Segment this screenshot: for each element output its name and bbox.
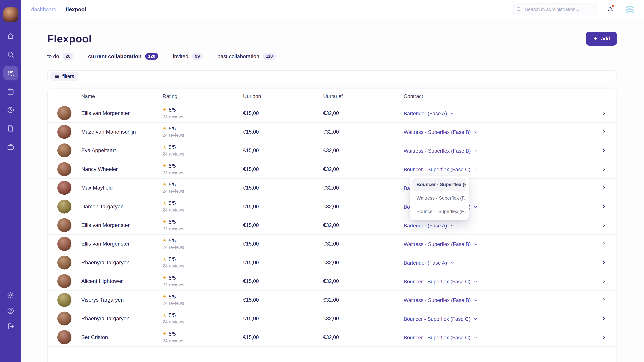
profile-avatar[interactable]	[3, 7, 18, 22]
uurtarief-value: €32,00	[323, 185, 404, 191]
sidebar-item-settings[interactable]	[3, 289, 18, 301]
avatar	[57, 274, 71, 288]
uurloon-value: €15,00	[243, 316, 323, 322]
uurtarief-value: €32,00	[323, 316, 404, 322]
column-header-uurtarief: Uurtarief	[323, 93, 404, 99]
row-detail-button[interactable]	[591, 203, 617, 210]
table-row[interactable]: Rhaenyra Targaryen ★ 5/5 24 reviews €15,…	[48, 253, 617, 272]
contract-select[interactable]: Bouncer - Superflex (Fase C)	[404, 167, 478, 172]
employee-name: Eva Appeltaart	[81, 147, 162, 153]
table-body: Ellis van Morgenster ★ 5/5 24 reviews €1…	[48, 104, 617, 347]
sidebar-item-calendar[interactable]	[3, 84, 18, 99]
contract-dropdown-option[interactable]: Waitress - Superflex (F...	[412, 192, 466, 204]
sidebar-item-documents[interactable]	[3, 121, 18, 136]
main-content: Flexpool add to do 20 current collaborat…	[21, 19, 644, 362]
uurtarief-value: €32,00	[323, 204, 404, 210]
sidebar-item-help[interactable]	[3, 305, 18, 317]
tab-current-collaboration[interactable]: current collaboration 120	[88, 53, 158, 60]
star-icon: ★	[162, 145, 166, 149]
row-detail-button[interactable]	[591, 185, 617, 191]
uurloon-value: €15,00	[243, 166, 323, 172]
employee-name: Damon Targaryen	[81, 203, 162, 210]
chevron-right-icon	[601, 110, 607, 116]
table-row[interactable]: Nancy Wheeler ★ 5/5 24 reviews €15,00 €3…	[48, 160, 617, 179]
row-detail-button[interactable]	[591, 110, 617, 116]
avatar	[57, 125, 71, 139]
breadcrumb-dashboard[interactable]: dashboard	[31, 6, 56, 12]
contract-select-label: Bartender (Fase A)	[404, 111, 447, 116]
sidebar-item-search[interactable]	[3, 47, 18, 62]
contract-select[interactable]: Waitress - Superflex (Fase B)	[404, 297, 478, 303]
uurtarief-value: €32,00	[323, 129, 404, 135]
notification-dot	[612, 4, 614, 7]
contract-select[interactable]: Bouncer - Superflex (Fase C)	[404, 316, 478, 322]
rating-value: 5/5	[169, 256, 176, 262]
row-detail-button[interactable]	[591, 259, 617, 266]
contract-select[interactable]: Waitress - Superflex (Fase B)	[404, 148, 478, 154]
row-detail-button[interactable]	[591, 316, 617, 322]
row-detail-button[interactable]	[591, 166, 617, 172]
star-icon: ★	[162, 201, 166, 205]
table-row[interactable]: Viserys Targaryen ★ 5/5 24 reviews €15,0…	[48, 291, 617, 309]
rating-reviews: 24 reviews	[162, 170, 243, 175]
search-icon	[516, 6, 522, 12]
contract-dropdown-option[interactable]: Bouncer - Superflex (F...	[412, 205, 466, 218]
table-row[interactable]: Damon Targaryen ★ 5/5 24 reviews €15,00 …	[48, 197, 617, 216]
rating-value: 5/5	[169, 200, 176, 206]
table-row[interactable]: Rhaenyra Targaryen ★ 5/5 24 reviews €15,…	[48, 309, 617, 328]
table-row[interactable]: Alicent Hightower ★ 5/5 24 reviews €15,0…	[48, 272, 617, 291]
rating-reviews: 24 reviews	[162, 207, 243, 213]
table-row[interactable]: Ellis van Morgenster ★ 5/5 24 reviews €1…	[48, 216, 617, 235]
uurtarief-value: €32,00	[323, 147, 404, 153]
table-row[interactable]: Ellis van Morgenster ★ 5/5 24 reviews €1…	[48, 104, 617, 122]
tab-invited[interactable]: invited 99	[173, 53, 202, 60]
add-button[interactable]: add	[586, 32, 617, 45]
search-input[interactable]	[512, 3, 597, 15]
contract-select[interactable]: Bouncer - Superflex (Fase C)	[404, 279, 478, 285]
notifications-button[interactable]	[606, 5, 614, 13]
row-detail-button[interactable]	[591, 147, 617, 154]
table-row[interactable]: Ellis van Morgenster ★ 5/5 24 reviews €1…	[48, 235, 617, 253]
rating-reviews: 24 reviews	[162, 338, 243, 344]
row-detail-button[interactable]	[591, 334, 617, 340]
row-detail-button[interactable]	[591, 241, 617, 247]
row-detail-button[interactable]	[591, 222, 617, 228]
settings-icon	[7, 291, 14, 299]
contract-select[interactable]: Bartender (Fase A)	[404, 260, 454, 266]
plus-icon	[593, 36, 598, 41]
row-detail-button[interactable]	[591, 278, 617, 284]
rating-value: 5/5	[169, 275, 176, 281]
contract-select[interactable]: Bartender (Fase A)	[404, 111, 454, 116]
sidebar-item-logout[interactable]	[3, 320, 18, 332]
rating-reviews: 24 reviews	[162, 264, 243, 269]
contract-select[interactable]: Bartender (Fase A)	[404, 223, 454, 229]
contract-select[interactable]: Waitress - Superflex (Fase B)	[404, 129, 478, 135]
tab-past-collaboration[interactable]: past collaboration 110	[217, 53, 276, 60]
table-row[interactable]: Max Mayfield ★ 5/5 24 reviews €15,00 €32…	[48, 179, 617, 197]
sidebar-item-hours[interactable]	[3, 103, 18, 117]
uurloon-value: €15,00	[243, 241, 323, 247]
contract-dropdown-option[interactable]: Bouncer - Superflex (F...	[412, 178, 466, 191]
breadcrumb-flexpool: flexpool	[66, 6, 86, 12]
uurtarief-value: €32,00	[323, 110, 404, 116]
avatar	[57, 181, 71, 195]
table-row[interactable]: Maze van Manenschijn ★ 5/5 24 reviews €1…	[48, 123, 617, 141]
row-detail-button[interactable]	[591, 297, 617, 303]
table-row[interactable]: Ser Criston ★ 5/5 24 reviews €15,00 €32,…	[48, 328, 617, 347]
sidebar-item-jobs[interactable]	[3, 140, 18, 154]
row-detail-button[interactable]	[591, 129, 617, 135]
employee-name: Max Mayfield	[81, 185, 162, 191]
contract-select-label: Waitress - Superflex (Fase B)	[404, 148, 471, 154]
rating-reviews: 24 reviews	[162, 114, 243, 119]
filters-button[interactable]: filters	[50, 72, 78, 81]
avatar	[57, 293, 71, 307]
contract-select-label: Waitress - Superflex (Fase B)	[404, 297, 471, 303]
home-icon	[7, 32, 14, 40]
table-row[interactable]: Eva Appeltaart ★ 5/5 24 reviews €15,00 €…	[48, 141, 617, 160]
contract-select[interactable]: Waitress - Superflex (Fase B)	[404, 241, 478, 247]
contract-select[interactable]: Bouncer - Superflex (Fase C)	[404, 335, 478, 341]
tab-to-do[interactable]: to do 20	[47, 53, 74, 60]
sidebar-item-home[interactable]	[3, 29, 18, 43]
sidebar-item-flexpool[interactable]	[3, 66, 18, 80]
tab-badge: 110	[263, 53, 276, 60]
